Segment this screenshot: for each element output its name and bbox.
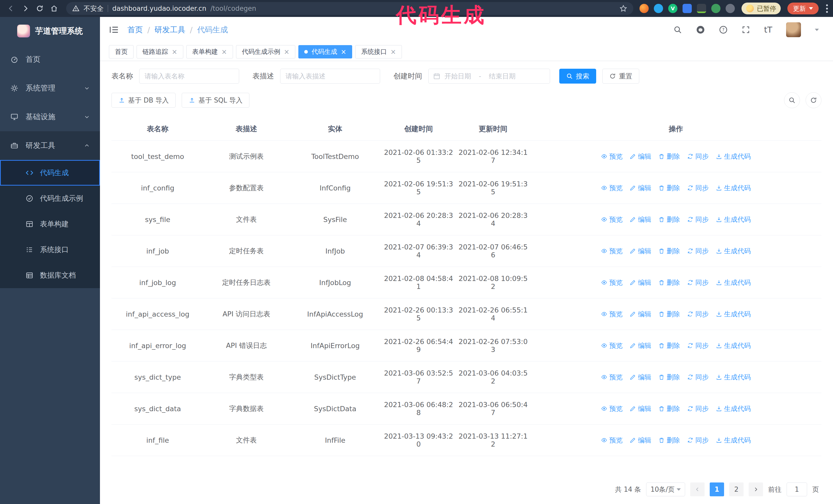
- extension-fox-icon[interactable]: [640, 4, 649, 13]
- action-generate-code[interactable]: 生成代码: [716, 215, 751, 224]
- action-preview[interactable]: 预览: [601, 152, 623, 161]
- extensions-puzzle-icon[interactable]: [725, 4, 735, 13]
- table-desc-input[interactable]: [280, 69, 380, 83]
- reload-icon[interactable]: [34, 3, 46, 14]
- action-sync[interactable]: 同步: [687, 404, 709, 413]
- action-sync[interactable]: 同步: [687, 373, 709, 382]
- browser-menu-icon[interactable]: [826, 4, 828, 13]
- action-delete[interactable]: 删除: [659, 152, 680, 161]
- action-delete[interactable]: 删除: [659, 341, 680, 350]
- action-preview[interactable]: 预览: [601, 404, 623, 413]
- tab-codegen[interactable]: 代码生成 ×: [298, 45, 352, 58]
- action-delete[interactable]: 删除: [659, 215, 680, 224]
- action-edit[interactable]: 编辑: [630, 310, 651, 319]
- search-button[interactable]: 搜索: [559, 69, 596, 83]
- action-delete[interactable]: 删除: [659, 278, 680, 287]
- action-generate-code[interactable]: 生成代码: [716, 341, 751, 350]
- hamburger-icon[interactable]: [109, 25, 119, 35]
- import-sql-button[interactable]: 基于 SQL 导入: [182, 93, 249, 108]
- action-sync[interactable]: 同步: [687, 184, 709, 193]
- action-generate-code[interactable]: 生成代码: [716, 184, 751, 193]
- close-icon[interactable]: ×: [284, 48, 290, 55]
- action-preview[interactable]: 预览: [601, 436, 623, 445]
- sidebar-item-codegen-example[interactable]: 代码生成示例: [0, 186, 100, 211]
- action-edit[interactable]: 编辑: [630, 247, 651, 256]
- page-size-select[interactable]: 10条/页: [646, 482, 685, 496]
- profile-paused-badge[interactable]: 已暂停: [741, 3, 781, 14]
- action-generate-code[interactable]: 生成代码: [716, 404, 751, 413]
- action-preview[interactable]: 预览: [601, 278, 623, 287]
- action-sync[interactable]: 同步: [687, 247, 709, 256]
- extension-v-icon[interactable]: V: [668, 4, 677, 13]
- extension-people-icon[interactable]: [683, 4, 692, 13]
- action-sync[interactable]: 同步: [687, 278, 709, 287]
- address-bar[interactable]: 不安全 dashboard.yudao.iocoder.cn /tool/cod…: [66, 2, 633, 15]
- goto-page-input[interactable]: [787, 482, 807, 496]
- user-avatar[interactable]: [786, 22, 801, 37]
- action-sync[interactable]: 同步: [687, 152, 709, 161]
- action-generate-code[interactable]: 生成代码: [716, 152, 751, 161]
- close-icon[interactable]: ×: [221, 48, 227, 55]
- action-edit[interactable]: 编辑: [630, 215, 651, 224]
- date-range-picker[interactable]: 开始日期 - 结束日期: [428, 69, 550, 83]
- action-sync[interactable]: 同步: [687, 341, 709, 350]
- action-preview[interactable]: 预览: [601, 184, 623, 193]
- update-button[interactable]: 更新: [787, 3, 819, 14]
- page-button-1[interactable]: 1: [710, 482, 724, 496]
- close-icon[interactable]: ×: [390, 48, 396, 55]
- help-icon[interactable]: ?: [719, 25, 728, 34]
- action-edit[interactable]: 编辑: [630, 184, 651, 193]
- action-edit[interactable]: 编辑: [630, 341, 651, 350]
- next-page-button[interactable]: [749, 482, 763, 496]
- tab-codegen-example[interactable]: 代码生成示例 ×: [236, 45, 295, 58]
- forward-icon[interactable]: [20, 3, 31, 14]
- action-sync[interactable]: 同步: [687, 310, 709, 319]
- reset-button[interactable]: 重置: [602, 69, 639, 83]
- sidebar-item-form-builder[interactable]: 表单构建: [0, 211, 100, 237]
- action-delete[interactable]: 删除: [659, 373, 680, 382]
- action-preview[interactable]: 预览: [601, 310, 623, 319]
- tab-system-api[interactable]: 系统接口 ×: [355, 45, 402, 58]
- font-size-icon[interactable]: tT: [764, 25, 772, 34]
- action-delete[interactable]: 删除: [659, 404, 680, 413]
- github-icon[interactable]: [696, 25, 705, 34]
- sidebar-item-system-api[interactable]: 系统接口: [0, 237, 100, 263]
- action-delete[interactable]: 删除: [659, 436, 680, 445]
- tab-link-trace[interactable]: 链路追踪 ×: [137, 45, 183, 58]
- sidebar-item-codegen[interactable]: 代码生成: [0, 160, 100, 186]
- extension-leaf-icon[interactable]: [711, 4, 720, 13]
- breadcrumb-home[interactable]: 首页: [127, 25, 143, 35]
- import-db-button[interactable]: 基于 DB 导入: [112, 93, 175, 108]
- action-generate-code[interactable]: 生成代码: [716, 278, 751, 287]
- tab-form-builder[interactable]: 表单构建 ×: [186, 45, 233, 58]
- page-button-2[interactable]: 2: [729, 482, 743, 496]
- close-icon[interactable]: ×: [341, 48, 346, 55]
- action-delete[interactable]: 删除: [659, 310, 680, 319]
- refresh-button[interactable]: [806, 92, 822, 108]
- prev-page-button[interactable]: [690, 482, 705, 496]
- action-generate-code[interactable]: 生成代码: [716, 373, 751, 382]
- action-edit[interactable]: 编辑: [630, 373, 651, 382]
- sidebar-item-infra[interactable]: 基础设施: [0, 102, 100, 131]
- action-edit[interactable]: 编辑: [630, 278, 651, 287]
- action-sync[interactable]: 同步: [687, 436, 709, 445]
- action-delete[interactable]: 删除: [659, 247, 680, 256]
- action-sync[interactable]: 同步: [687, 215, 709, 224]
- breadcrumb-dev-tools[interactable]: 研发工具: [154, 25, 185, 35]
- home-icon[interactable]: [48, 3, 60, 14]
- action-edit[interactable]: 编辑: [630, 404, 651, 413]
- fullscreen-icon[interactable]: [741, 25, 750, 34]
- search-icon[interactable]: [673, 25, 682, 34]
- sidebar-item-dev-tools[interactable]: 研发工具: [0, 131, 100, 160]
- toggle-search-button[interactable]: [784, 92, 800, 108]
- action-generate-code[interactable]: 生成代码: [716, 247, 751, 256]
- action-preview[interactable]: 预览: [601, 215, 623, 224]
- close-icon[interactable]: ×: [172, 48, 177, 55]
- table-name-input[interactable]: [139, 69, 239, 83]
- sidebar-item-db-doc[interactable]: 数据库文档: [0, 263, 100, 288]
- bookmark-star-icon[interactable]: [619, 5, 627, 12]
- action-edit[interactable]: 编辑: [630, 152, 651, 161]
- back-icon[interactable]: [5, 3, 17, 14]
- action-preview[interactable]: 预览: [601, 247, 623, 256]
- chevron-down-icon[interactable]: [815, 29, 819, 31]
